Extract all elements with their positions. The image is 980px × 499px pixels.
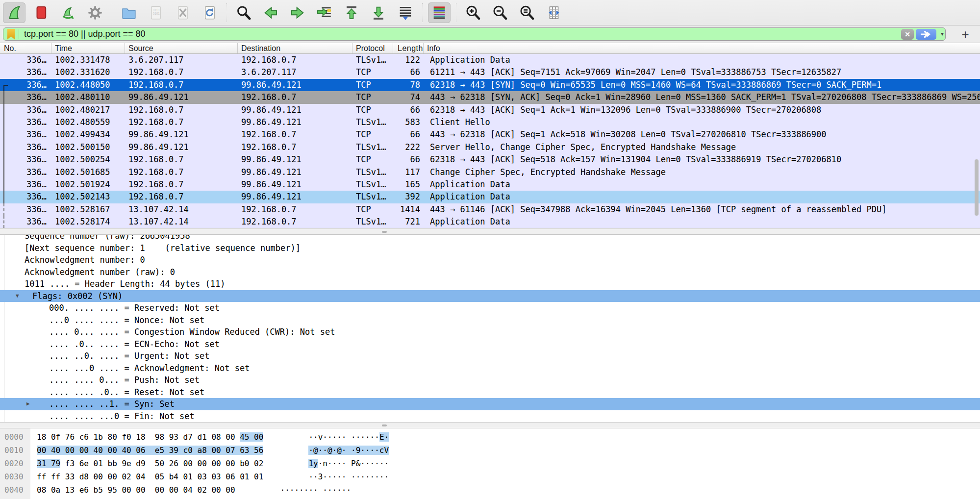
cell-destination: 192.168.0.7: [238, 216, 352, 228]
packet-row[interactable]: 336…1002.480217192.168.0.799.86.49.121TC…: [0, 104, 980, 116]
detail-line[interactable]: Acknowledgment number: 0: [0, 254, 980, 266]
filter-text[interactable]: tcp.port == 80 || udp.port == 80: [24, 29, 146, 39]
zoom-out-button[interactable]: [489, 2, 511, 23]
hex-offset: 0030: [0, 470, 30, 483]
detail-line[interactable]: ▼Flags: 0x002 (SYN): [0, 290, 980, 302]
cell-time: 1002.501685: [51, 166, 125, 178]
column-header-protocol[interactable]: Protocol: [352, 43, 393, 53]
open-file-button[interactable]: [118, 2, 140, 23]
wireshark-window: 01100101 tcp.port == 80 || udp.port == 8…: [0, 0, 980, 499]
column-header-destination[interactable]: Destination: [238, 43, 352, 53]
zoom-in-button[interactable]: [462, 2, 484, 23]
detail-text: .... ...0 .... = Acknowledgment: Not set: [0, 362, 980, 374]
cell-source: 99.86.49.121: [125, 141, 238, 153]
detail-line[interactable]: .... .... 0... = Push: Not set: [0, 374, 980, 386]
detail-line[interactable]: .... 0... .... = Congestion Window Reduc…: [0, 326, 980, 338]
packet-row[interactable]: 336…1002.50015099.86.49.121192.168.0.7TL…: [0, 141, 980, 153]
packet-row[interactable]: 336…1002.52817413.107.42.14192.168.0.7TL…: [0, 216, 980, 228]
detail-line[interactable]: Acknowledgment number (raw): 0: [0, 266, 980, 278]
display-filter-input[interactable]: tcp.port == 80 || udp.port == 80 ✕ ▾: [3, 27, 946, 41]
hex-row[interactable]: 0030ff ff 33 d8 00 00 02 04 05 b4 01 03 …: [0, 470, 980, 483]
detail-line[interactable]: 000. .... .... = Reserved: Not set: [0, 302, 980, 314]
column-header-info[interactable]: Info: [424, 43, 980, 53]
reload-file-button[interactable]: [199, 2, 221, 23]
cell-length: 222: [393, 141, 424, 153]
cell-time: 1002.480110: [51, 91, 125, 103]
detail-line[interactable]: 1011 .... = Header Length: 44 bytes (11): [0, 278, 980, 290]
zoom-reset-button[interactable]: [516, 2, 538, 23]
go-back-button[interactable]: [259, 2, 282, 23]
cell-source: 13.107.42.14: [125, 216, 238, 228]
packet-row[interactable]: 336…1002.48011099.86.49.121192.168.0.7TC…: [0, 91, 980, 103]
column-header-source[interactable]: Source: [125, 43, 238, 53]
capture-options-button[interactable]: [84, 2, 106, 23]
cell-info: Application Data: [424, 191, 980, 203]
clear-filter-button[interactable]: ✕: [901, 29, 914, 40]
stop-capture-button[interactable]: [30, 2, 52, 23]
packet-row[interactable]: 336…1002.502143192.168.0.799.86.49.121TL…: [0, 191, 980, 203]
filter-dropdown-caret[interactable]: ▾: [941, 30, 944, 37]
detail-line[interactable]: .... .... ...0 = Fin: Not set: [0, 410, 980, 423]
packet-row[interactable]: 336…1002.3314783.6.207.117192.168.0.7TLS…: [0, 54, 980, 66]
detail-line[interactable]: .... .... .0.. = Reset: Not set: [0, 386, 980, 399]
auto-scroll-button[interactable]: [394, 2, 417, 23]
close-file-button[interactable]: [172, 2, 194, 23]
go-forward-button[interactable]: [286, 2, 309, 23]
cell-protocol: TCP: [352, 91, 393, 103]
detail-line[interactable]: .... .0.. .... = ECN-Echo: Not set: [0, 338, 980, 350]
detail-line[interactable]: .... ...0 .... = Acknowledgment: Not set: [0, 362, 980, 374]
detail-line[interactable]: [Next sequence number: 1 (relative seque…: [0, 242, 980, 254]
packet-row[interactable]: 336…1002.501924192.168.0.799.86.49.121TL…: [0, 178, 980, 191]
go-to-packet-button[interactable]: [313, 2, 336, 23]
detail-line[interactable]: Sequence number (raw): 2665041958: [0, 235, 980, 242]
packet-row[interactable]: 336…1002.500254192.168.0.799.86.49.121TC…: [0, 153, 980, 166]
splitter-bottom[interactable]: [0, 422, 980, 428]
cell-length: 583: [393, 116, 424, 128]
cell-source: 3.6.207.117: [125, 54, 238, 66]
find-packet-icon: [235, 4, 252, 21]
hex-row[interactable]: 001000 40 00 00 40 00 40 06 e5 39 c0 a8 …: [0, 444, 980, 457]
restart-capture-icon: [60, 4, 76, 21]
detail-line[interactable]: .... ..0. .... = Urgent: Not set: [0, 350, 980, 362]
start-capture-button[interactable]: [3, 2, 25, 23]
packet-details-pane: Sequence number (raw): 2665041958[Next s…: [0, 235, 980, 422]
column-header-length[interactable]: Length: [393, 43, 424, 53]
restart-capture-button[interactable]: [57, 2, 79, 23]
cell-protocol: TLSv1…: [352, 166, 393, 178]
find-packet-button[interactable]: [232, 2, 255, 23]
packet-list-scrollbar[interactable]: [975, 159, 979, 216]
cell-protocol: TCP: [352, 104, 393, 116]
detail-line[interactable]: ...0 .... .... = Nonce: Not set: [0, 314, 980, 326]
hex-row[interactable]: 004008 0a 13 e6 b5 95 00 00 00 00 04 02 …: [0, 483, 980, 497]
go-first-button[interactable]: [340, 2, 363, 23]
hex-row[interactable]: 002031 79 f3 6e 01 bb 9e d9 50 26 00 00 …: [0, 457, 980, 470]
filter-separator: [19, 29, 19, 39]
zoom-in-icon: [465, 4, 481, 21]
column-header-no[interactable]: No.: [0, 43, 51, 53]
packet-row[interactable]: 336…1002.52816713.107.42.14192.168.0.7TC…: [0, 203, 980, 216]
apply-filter-button[interactable]: [916, 29, 936, 40]
collapse-icon[interactable]: ▼: [16, 290, 19, 302]
packet-row[interactable]: 336…1002.501685192.168.0.799.86.49.121TL…: [0, 166, 980, 178]
detail-text: Flags: 0x002 (SYN): [0, 290, 980, 302]
hex-offset: 0010: [0, 444, 30, 457]
add-filter-button[interactable]: +: [957, 26, 973, 42]
resize-columns-button[interactable]: [543, 2, 565, 23]
hex-row[interactable]: 000018 0f 76 c6 1b 80 f0 18 98 93 d7 d1 …: [0, 430, 980, 444]
packet-row[interactable]: 336…1002.448050192.168.0.799.86.49.121TC…: [0, 79, 980, 91]
colorize-button[interactable]: [428, 2, 451, 23]
bookmark-icon[interactable]: [7, 29, 15, 40]
packet-row[interactable]: 336…1002.480559192.168.0.799.86.49.121TL…: [0, 116, 980, 128]
cell-destination: 192.168.0.7: [238, 128, 352, 141]
packet-row[interactable]: 336…1002.49943499.86.49.121192.168.0.7TC…: [0, 128, 980, 141]
save-file-button[interactable]: 01100101: [145, 2, 167, 23]
packet-row[interactable]: 336…1002.331620192.168.0.73.6.207.117TCP…: [0, 66, 980, 78]
cell-length: 66: [393, 66, 424, 78]
splitter-top[interactable]: [0, 228, 980, 235]
column-header-time[interactable]: Time: [51, 43, 125, 53]
detail-line[interactable]: ▶.... .... ..1. = Syn: Set: [0, 398, 980, 410]
go-last-button[interactable]: [367, 2, 390, 23]
expand-icon[interactable]: ▶: [26, 398, 30, 410]
detail-text: .... .... ...0 = Fin: Not set: [0, 410, 980, 423]
cell-info: Server Hello, Change Cipher Spec, Encryp…: [424, 141, 980, 153]
